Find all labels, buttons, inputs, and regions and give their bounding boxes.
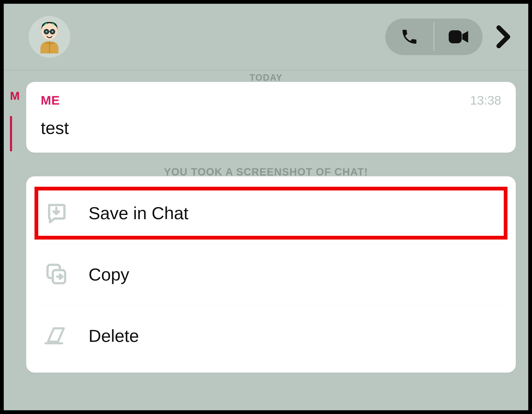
- sender-label: ME: [41, 93, 60, 107]
- svg-point-5: [52, 31, 53, 33]
- menu-item-delete[interactable]: Delete: [26, 305, 516, 366]
- audio-call-button[interactable]: [385, 19, 434, 55]
- menu-item-label: Copy: [88, 264, 129, 285]
- save-in-chat-icon: [43, 202, 70, 224]
- bitmoji-icon: [34, 20, 65, 53]
- copy-icon: [43, 263, 70, 286]
- menu-item-copy[interactable]: Copy: [26, 244, 516, 305]
- bg-sender-bar: [10, 116, 12, 151]
- bg-sender-initial: M: [10, 89, 20, 103]
- menu-item-label: Delete: [88, 326, 139, 346]
- video-icon: [448, 29, 469, 44]
- call-controls: [385, 19, 483, 55]
- video-call-button[interactable]: [434, 19, 483, 55]
- svg-point-4: [46, 31, 48, 33]
- expand-button[interactable]: [491, 19, 516, 55]
- chevron-right-icon: [496, 25, 511, 48]
- menu-item-save-in-chat[interactable]: Save in Chat: [26, 183, 516, 244]
- message-time: 13:38: [470, 93, 501, 107]
- context-menu: Save in Chat Copy Delete: [26, 176, 516, 373]
- svg-rect-6: [449, 30, 462, 43]
- erase-icon: [43, 325, 70, 346]
- menu-item-label: Save in Chat: [88, 203, 189, 223]
- message-preview-card: ME 13:38 test: [26, 82, 516, 153]
- message-text: test: [41, 118, 501, 138]
- svg-rect-3: [49, 31, 50, 32]
- avatar[interactable]: [29, 16, 70, 58]
- chat-header: [4, 4, 528, 70]
- date-separator: TODAY: [4, 72, 528, 83]
- phone-icon: [400, 28, 418, 46]
- chat-screen: TODAY M ME 13:38 test YOU TOOK A SCREENS…: [0, 0, 532, 414]
